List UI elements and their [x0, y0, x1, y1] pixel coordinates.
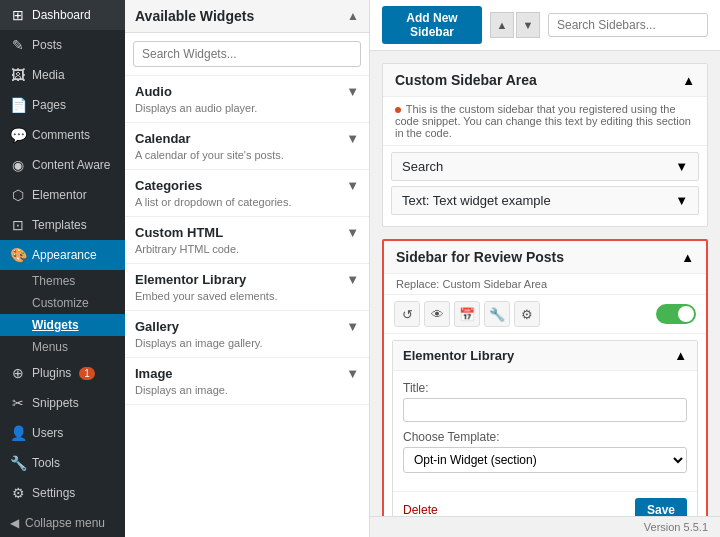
main-content: Available Widgets ▲ Audio ▼ Displays an … [125, 0, 720, 537]
users-icon: 👤 [10, 425, 26, 441]
nav-down-button[interactable]: ▼ [516, 12, 540, 38]
elementor-icon: ⬡ [10, 187, 26, 203]
search-sidebars-input[interactable] [548, 13, 708, 37]
widget-dropdown-icon: ▼ [675, 159, 688, 174]
calendar-icon[interactable]: 📅 [454, 301, 480, 327]
sidebar-for-review-posts: Sidebar for Review Posts ▲ Replace: Cust… [382, 239, 708, 516]
sidebar-item-elementor[interactable]: ⬡ Elementor [0, 180, 125, 210]
widget-footer: Delete Save [393, 491, 697, 516]
settings-icon: ⚙ [10, 485, 26, 501]
title-label: Title: [403, 381, 687, 395]
widget-collapse-icon[interactable]: ▲ [674, 348, 687, 363]
sidebars-panel: Add New Sidebar ▲ ▼ Custom Sidebar Area … [370, 0, 720, 537]
elementor-library-header: Elementor Library ▲ [393, 341, 697, 371]
sidebar-sub-customize[interactable]: Customize [0, 292, 125, 314]
version-bar: Version 5.5.1 [370, 516, 720, 537]
list-item: Custom HTML ▼ Arbitrary HTML code. [125, 217, 369, 264]
visibility-icon[interactable]: 👁 [424, 301, 450, 327]
sidebar-item-content-aware[interactable]: ◉ Content Aware [0, 150, 125, 180]
gear-icon[interactable]: ⚙ [514, 301, 540, 327]
list-item: Elementor Library ▼ Embed your saved ele… [125, 264, 369, 311]
review-posts-header: Sidebar for Review Posts ▲ [384, 241, 706, 274]
red-dot-icon [395, 107, 401, 113]
sidebar-item-appearance[interactable]: 🎨 Appearance [0, 240, 125, 270]
list-item: Categories ▼ A list or dropdown of categ… [125, 170, 369, 217]
widgets-panel-header: Available Widgets ▲ [125, 0, 369, 33]
dropdown-arrow-icon[interactable]: ▼ [346, 319, 359, 334]
content-aware-icon: ◉ [10, 157, 26, 173]
sidebar-sub-themes[interactable]: Themes [0, 270, 125, 292]
sidebar-item-comments[interactable]: 💬 Comments [0, 120, 125, 150]
custom-sidebar-area: Custom Sidebar Area ▲ This is the custom… [382, 63, 708, 227]
widgets-panel-title: Available Widgets [135, 8, 254, 24]
sidebars-toolbar: Add New Sidebar ▲ ▼ [370, 0, 720, 51]
template-label: Choose Template: [403, 430, 687, 444]
delete-link[interactable]: Delete [403, 503, 438, 516]
list-item: Audio ▼ Displays an audio player. [125, 76, 369, 123]
dropdown-arrow-icon[interactable]: ▼ [346, 225, 359, 240]
dropdown-arrow-icon[interactable]: ▼ [346, 272, 359, 287]
sidebar-item-dashboard[interactable]: ⊞ Dashboard [0, 0, 125, 30]
plugins-icon: ⊕ [10, 365, 26, 381]
review-posts-collapse-icon[interactable]: ▲ [681, 250, 694, 265]
dashboard-icon: ⊞ [10, 7, 26, 23]
sidebar-item-pages[interactable]: 📄 Pages [0, 90, 125, 120]
list-item: Text: Text widget example ▼ [391, 186, 699, 215]
template-select[interactable]: Opt-in Widget (section) [403, 447, 687, 473]
dropdown-arrow-icon[interactable]: ▼ [346, 178, 359, 193]
sidebar-sub-menus[interactable]: Menus [0, 336, 125, 358]
sidebar-item-media[interactable]: 🖼 Media [0, 60, 125, 90]
widgets-search-area [125, 33, 369, 76]
version-text: Version 5.5.1 [644, 521, 708, 533]
list-item: Gallery ▼ Displays an image gallery. [125, 311, 369, 358]
dropdown-arrow-icon[interactable]: ▼ [346, 366, 359, 381]
sidebar-item-posts[interactable]: ✎ Posts [0, 30, 125, 60]
custom-sidebar-collapse-icon[interactable]: ▲ [682, 73, 695, 88]
plugins-badge: 1 [79, 367, 95, 380]
elementor-library-body: Title: Choose Template: Opt-in Widget (s… [393, 371, 697, 491]
custom-sidebar-area-header: Custom Sidebar Area ▲ [383, 64, 707, 97]
sidebar-item-snippets[interactable]: ✂ Snippets [0, 388, 125, 418]
replace-label: Replace: Custom Sidebar Area [384, 274, 706, 295]
snippets-icon: ✂ [10, 395, 26, 411]
comments-icon: 💬 [10, 127, 26, 143]
add-new-sidebar-button[interactable]: Add New Sidebar [382, 6, 482, 44]
sidebar-item-settings[interactable]: ⚙ Settings [0, 478, 125, 508]
widgets-panel: Available Widgets ▲ Audio ▼ Displays an … [125, 0, 370, 537]
templates-icon: ⊡ [10, 217, 26, 233]
template-field: Choose Template: Opt-in Widget (section) [403, 430, 687, 473]
widget-dropdown-icon: ▼ [675, 193, 688, 208]
history-icon[interactable]: ↺ [394, 301, 420, 327]
elementor-library-title: Elementor Library [403, 348, 514, 363]
custom-sidebar-title: Custom Sidebar Area [395, 72, 537, 88]
sidebar-item-templates[interactable]: ⊡ Templates [0, 210, 125, 240]
sidebar-item-tools[interactable]: 🔧 Tools [0, 448, 125, 478]
pages-icon: 📄 [10, 97, 26, 113]
widgets-search-input[interactable] [133, 41, 361, 67]
title-field: Title: [403, 381, 687, 422]
nav-arrows: ▲ ▼ [490, 12, 540, 38]
collapse-icon: ◀ [10, 516, 19, 530]
collapse-menu[interactable]: ◀ Collapse menu [0, 508, 125, 537]
sidebar-sub-widgets[interactable]: Widgets [0, 314, 125, 336]
panel-arrow-icon: ▲ [347, 9, 359, 23]
save-button[interactable]: Save [635, 498, 687, 516]
custom-sidebar-widgets: Search ▼ Text: Text widget example ▼ [383, 146, 707, 226]
elementor-library-widget: Elementor Library ▲ Title: Choose Templa… [392, 340, 698, 516]
dropdown-arrow-icon[interactable]: ▼ [346, 84, 359, 99]
list-item: Calendar ▼ A calendar of your site's pos… [125, 123, 369, 170]
wrench-icon[interactable]: 🔧 [484, 301, 510, 327]
appearance-icon: 🎨 [10, 247, 26, 263]
media-icon: 🖼 [10, 67, 26, 83]
sidebar-item-users[interactable]: 👤 Users [0, 418, 125, 448]
nav-up-button[interactable]: ▲ [490, 12, 514, 38]
list-item: Search ▼ [391, 152, 699, 181]
custom-sidebar-desc: This is the custom sidebar that you regi… [383, 97, 707, 146]
sidebar-item-plugins[interactable]: ⊕ Plugins 1 [0, 358, 125, 388]
dropdown-arrow-icon[interactable]: ▼ [346, 131, 359, 146]
sidebars-content: Custom Sidebar Area ▲ This is the custom… [370, 51, 720, 516]
review-posts-title: Sidebar for Review Posts [396, 249, 564, 265]
list-item: Image ▼ Displays an image. [125, 358, 369, 405]
title-input[interactable] [403, 398, 687, 422]
toggle-switch[interactable] [656, 304, 696, 324]
